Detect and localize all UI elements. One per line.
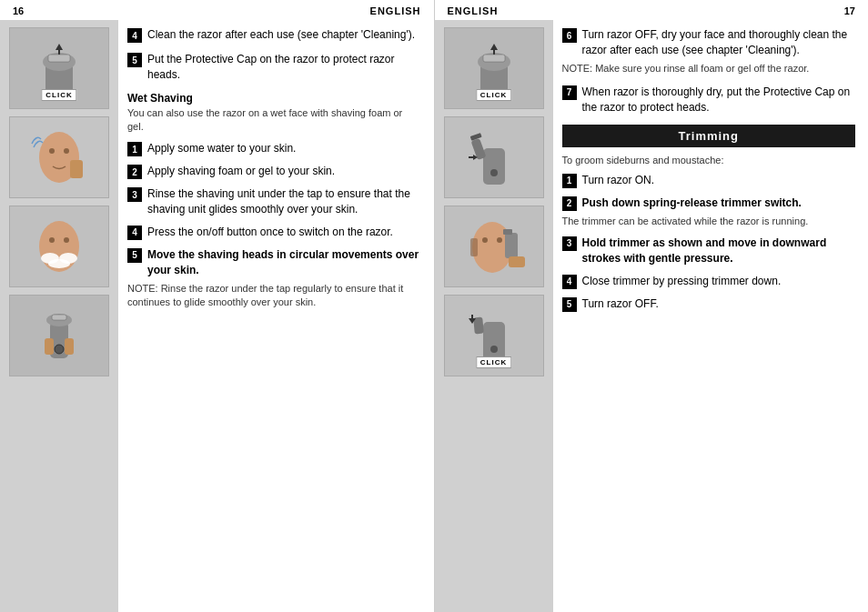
right-step-row-6: 6 Turn razor OFF, dry your face and thor… — [562, 27, 856, 58]
trim-step-row-3: 3 Hold trimmer as shown and move in down… — [562, 236, 856, 266]
left-content-area: CLICK — [0, 20, 434, 612]
trim-step-row-5: 5 Turn razor OFF. — [562, 296, 856, 312]
trimmer-face-image — [444, 206, 544, 287]
step-number-5: 5 — [127, 53, 142, 67]
step-block-4: 4 Clean the razor after each use (see ch… — [127, 27, 421, 43]
razor-cap-right-image: CLICK — [444, 27, 544, 109]
svg-rect-35 — [509, 256, 525, 267]
svg-rect-7 — [70, 160, 83, 178]
right-language: ENGLISH — [448, 5, 499, 16]
svg-point-5 — [49, 148, 55, 154]
svg-point-6 — [64, 148, 69, 154]
svg-rect-18 — [45, 338, 54, 355]
trim-step-row-2: 2 Push down spring-release trimmer switc… — [562, 196, 856, 211]
svg-rect-33 — [505, 233, 518, 258]
trimming-header: Trimming — [562, 125, 856, 147]
trimmer-close-image: CLICK — [444, 295, 544, 376]
trim-step-text-5: Turn razor OFF. — [582, 296, 856, 312]
page-wrapper: 16 ENGLISH — [0, 0, 868, 612]
wet-step-text-5: Move the shaving heads in circular movem… — [147, 247, 421, 278]
trim-step-row-4: 4 Close trimmer by pressing trimmer down… — [562, 274, 856, 289]
trim-step-num-3: 3 — [562, 236, 577, 251]
wet-shaving-title: Wet Shaving — [127, 92, 421, 105]
right-step-num-6: 6 — [562, 28, 577, 43]
step-block-5: 5 Put the Protective Cap on the razor to… — [127, 52, 421, 83]
trim-step-num-4: 4 — [562, 275, 577, 289]
left-page-number: 16 — [13, 5, 24, 16]
wet-step-row-1: 1 Apply some water to your skin. — [127, 141, 421, 156]
trim-step-num-2: 2 — [562, 196, 577, 211]
wet-shaving-section: Wet Shaving You can also use the razor o… — [127, 92, 421, 310]
trim-step-text-3: Hold trimmer as shown and move in downwa… — [582, 236, 856, 266]
click-badge-close: CLICK — [476, 356, 511, 368]
svg-rect-23 — [483, 55, 505, 62]
trim-step-num-5: 5 — [562, 297, 577, 312]
step-row-5: 5 Put the Protective Cap on the razor to… — [127, 52, 421, 83]
trim-step-text-2: Push down spring-release trimmer switch. — [582, 196, 856, 211]
wet-step-text-3: Rinse the shaving unit under the tap to … — [147, 186, 421, 217]
left-header: 16 ENGLISH — [0, 0, 434, 20]
right-content: CLICK — [435, 20, 869, 612]
left-img-col: CLICK — [0, 20, 118, 612]
right-text-col: 6 Turn razor OFF, dry your face and thor… — [553, 20, 869, 612]
wet-step-text-1: Apply some water to your skin. — [147, 141, 421, 156]
svg-point-39 — [490, 346, 498, 353]
step-row-4: 4 Clean the razor after each use (see ch… — [127, 27, 421, 43]
svg-point-13 — [48, 259, 70, 268]
wet-step-row-4: 4 Press the on/off button once to switch… — [127, 225, 421, 240]
wet-step-num-4: 4 — [127, 226, 142, 240]
svg-point-31 — [497, 237, 502, 243]
wet-step-num-1: 1 — [127, 142, 142, 156]
left-page: 16 ENGLISH — [0, 0, 434, 612]
right-step-6-note: NOTE: Make sure you rinse all foam or ge… — [562, 62, 856, 75]
wet-step-num-5: 5 — [127, 248, 142, 263]
wet-step-5-note: NOTE: Rinse the razor under the tap regu… — [127, 282, 421, 310]
right-header: ENGLISH 17 — [435, 0, 869, 20]
svg-rect-32 — [470, 238, 478, 256]
razor-cap-image: CLICK — [9, 27, 109, 109]
svg-rect-19 — [65, 338, 74, 355]
right-step-text-7: When razor is thoroughly dry, put the Pr… — [582, 85, 856, 115]
step-text-5: Put the Protective Cap on the razor to p… — [147, 52, 421, 83]
svg-rect-3 — [48, 55, 70, 62]
wet-step-num-2: 2 — [127, 165, 142, 179]
wet-step-num-3: 3 — [127, 187, 142, 202]
svg-rect-16 — [52, 315, 66, 320]
svg-point-9 — [49, 237, 55, 243]
wet-step-text-2: Apply shaving foam or gel to your skin. — [147, 164, 421, 179]
face-water-image — [9, 116, 109, 198]
trim-step-row-1: 1 Turn razor ON. — [562, 173, 856, 188]
right-step-num-7: 7 — [562, 85, 577, 100]
right-page-number: 17 — [844, 5, 855, 16]
trim-step-2-note: The trimmer can be activated while the r… — [562, 215, 856, 228]
svg-rect-24 — [483, 148, 505, 185]
right-step-block-7: 7 When razor is thoroughly dry, put the … — [562, 85, 856, 115]
right-step-row-7: 7 When razor is thoroughly dry, put the … — [562, 85, 856, 115]
svg-point-30 — [482, 237, 488, 243]
right-page: ENGLISH 17 CLICK — [434, 0, 869, 612]
svg-point-17 — [55, 345, 64, 354]
right-step-text-6: Turn razor OFF, dry your face and thorou… — [582, 27, 856, 58]
wet-step-row-3: 3 Rinse the shaving unit under the tap t… — [127, 186, 421, 217]
wet-step-text-4: Press the on/off button once to switch o… — [147, 225, 421, 240]
left-language: ENGLISH — [370, 5, 421, 16]
svg-point-28 — [490, 169, 498, 176]
right-img-col: CLICK — [435, 20, 553, 612]
svg-point-10 — [64, 237, 69, 243]
face-foam-image — [9, 206, 109, 287]
svg-marker-22 — [490, 44, 498, 50]
svg-marker-2 — [56, 44, 63, 50]
trim-step-text-4: Close trimmer by pressing trimmer down. — [582, 274, 856, 289]
trim-step-text-1: Turn razor ON. — [582, 173, 856, 188]
trimmer-device-image — [444, 116, 544, 198]
wet-shaving-desc: You can also use the razor on a wet face… — [127, 106, 421, 135]
step-number-4: 4 — [127, 28, 142, 43]
trim-step-num-1: 1 — [562, 174, 577, 188]
wet-step-row-2: 2 Apply shaving foam or gel to your skin… — [127, 164, 421, 179]
svg-rect-34 — [503, 229, 512, 235]
click-badge-right: CLICK — [476, 89, 511, 101]
click-badge-1: CLICK — [41, 89, 76, 101]
right-step-block-6: 6 Turn razor OFF, dry your face and thor… — [562, 27, 856, 75]
hand-razor-image — [9, 295, 109, 376]
trimming-intro: To groom sideburns and moustache: — [562, 155, 856, 166]
